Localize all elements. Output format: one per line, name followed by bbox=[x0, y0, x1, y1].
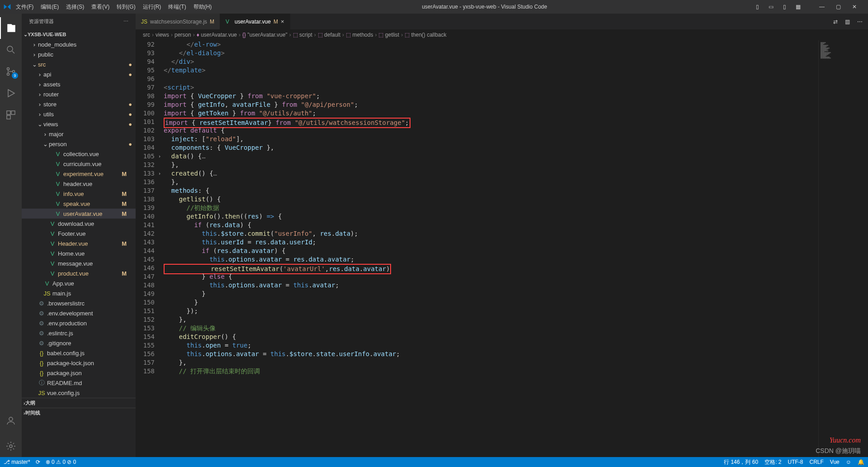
code-line[interactable]: this.$store.commit("userInfo", res.data)… bbox=[164, 229, 818, 238]
search-icon[interactable] bbox=[0, 39, 22, 61]
breadcrumb-item[interactable]: ⬚ getlist bbox=[378, 32, 399, 38]
source-control-icon[interactable]: 9 bbox=[0, 61, 22, 82]
breadcrumb-item[interactable]: person bbox=[175, 32, 191, 38]
tree-item[interactable]: ⚙.env.production bbox=[22, 318, 136, 328]
explorer-actions[interactable]: ⋯ bbox=[123, 19, 128, 24]
tree-item[interactable]: Vdownload.vue bbox=[22, 219, 136, 229]
layout-sidebar-left-icon[interactable]: ▯ bbox=[754, 4, 760, 10]
split-editor-icon[interactable]: ▥ bbox=[845, 19, 850, 25]
code-line[interactable]: }); bbox=[164, 307, 818, 315]
code-line[interactable]: resetSetItemAvatar('avatarUrl',res.data.… bbox=[164, 264, 818, 272]
editor-tab[interactable]: JSwatchsessionStorage.jsM bbox=[136, 14, 220, 29]
code-line[interactable]: }, bbox=[164, 358, 818, 367]
tree-item[interactable]: ⚙.eslintrc.js bbox=[22, 328, 136, 338]
code-line[interactable]: this.options.avatar = this.$store.state.… bbox=[164, 350, 818, 358]
tree-item[interactable]: Vinfo.vueM bbox=[22, 189, 136, 199]
tree-item[interactable]: Vmessage.vue bbox=[22, 258, 136, 268]
menu-item[interactable]: 选择(S) bbox=[63, 1, 87, 13]
tree-item[interactable]: ›store● bbox=[22, 99, 136, 109]
layout-customize-icon[interactable]: ▦ bbox=[795, 4, 801, 10]
menu-item[interactable]: 转到(G) bbox=[113, 1, 138, 13]
eol[interactable]: CRLF bbox=[809, 459, 823, 465]
tree-item[interactable]: ›node_modules bbox=[22, 39, 136, 49]
tree-item[interactable]: {}package-lock.json bbox=[22, 358, 136, 368]
code-line[interactable] bbox=[164, 75, 818, 83]
breadcrumb-item[interactable]: ♦ userAvatar.vue bbox=[197, 32, 237, 38]
notifications-icon[interactable]: 🔔 bbox=[858, 459, 864, 465]
breadcrumb-item[interactable]: src bbox=[143, 32, 150, 38]
layout-panel-icon[interactable]: ▭ bbox=[768, 4, 774, 10]
tree-item[interactable]: Vexperiment.vueM bbox=[22, 169, 136, 179]
outline-section[interactable]: ›大纲 bbox=[22, 398, 136, 408]
menu-item[interactable]: 查看(V) bbox=[88, 1, 113, 13]
close-tab-icon[interactable]: × bbox=[281, 18, 284, 25]
fold-icon[interactable]: › bbox=[158, 169, 161, 178]
code-line[interactable]: import { getToken } from "@/utils/auth"; bbox=[164, 109, 818, 118]
tree-item[interactable]: JSvue.config.js bbox=[22, 388, 136, 398]
code-line[interactable]: import { VueCropper } from "vue-cropper"… bbox=[164, 92, 818, 100]
code-line[interactable]: this.userId = res.data.userId; bbox=[164, 238, 818, 247]
code-line[interactable]: }, bbox=[164, 315, 818, 324]
language-mode[interactable]: Vue bbox=[830, 459, 840, 465]
tree-item[interactable]: {}package.json bbox=[22, 368, 136, 378]
breadcrumb-item[interactable]: {} "userAvatar.vue" bbox=[242, 32, 288, 38]
run-debug-icon[interactable] bbox=[0, 82, 22, 104]
editor-tab[interactable]: VuserAvatar.vueM× bbox=[220, 14, 290, 29]
code-line[interactable]: import { resetSetItemAvatar} from "@/uti… bbox=[164, 118, 818, 126]
code-line[interactable]: inject: ["reload"], bbox=[164, 135, 818, 143]
code-line[interactable]: if (res.data) { bbox=[164, 221, 818, 229]
settings-icon[interactable] bbox=[0, 435, 22, 457]
tree-item[interactable]: VFooter.vue bbox=[22, 229, 136, 238]
code-line[interactable]: this.options.avatar = this.avatar; bbox=[164, 281, 818, 290]
code-line[interactable]: // 打开弹出层结束时的回调 bbox=[164, 367, 818, 376]
tree-item[interactable]: Vheader.vue bbox=[22, 179, 136, 189]
minimize-button[interactable]: — bbox=[814, 0, 830, 13]
code-line[interactable]: </div> bbox=[164, 57, 818, 66]
menu-item[interactable]: 终端(T) bbox=[165, 1, 189, 13]
tree-item[interactable]: ›public bbox=[22, 49, 136, 59]
tree-item[interactable]: VuserAvatar.vueM bbox=[22, 209, 136, 219]
tree-item[interactable]: {}babel.config.js bbox=[22, 348, 136, 358]
minimap[interactable]: ████████████████████████████████████████… bbox=[818, 40, 868, 457]
tree-item[interactable]: ›assets bbox=[22, 79, 136, 89]
code-line[interactable]: </el-row> bbox=[164, 40, 818, 49]
code-line[interactable]: data() {… bbox=[164, 152, 818, 161]
breadcrumb[interactable]: src›views›person›♦ userAvatar.vue›{} "us… bbox=[136, 29, 868, 40]
code-line[interactable]: this.options.avatar = res.data.avatar; bbox=[164, 255, 818, 264]
tree-item[interactable]: ⌄src● bbox=[22, 59, 136, 69]
more-actions-icon[interactable]: ⋯ bbox=[857, 19, 863, 25]
sync-icon[interactable]: ⟳ bbox=[36, 459, 40, 465]
code-line[interactable]: created() {… bbox=[164, 169, 818, 178]
breadcrumb-item[interactable]: ⬚ methods bbox=[346, 32, 373, 38]
code-line[interactable]: //初始数据 bbox=[164, 204, 818, 212]
code-line[interactable]: if (res.data.avatar) { bbox=[164, 247, 818, 255]
code-line[interactable]: getlist() { bbox=[164, 195, 818, 204]
tree-item[interactable]: ⚙.browserslistrc bbox=[22, 298, 136, 308]
breadcrumb-item[interactable]: ⬚ script bbox=[293, 32, 312, 38]
code-line[interactable]: </el-dialog> bbox=[164, 49, 818, 57]
timeline-section[interactable]: ›时间线 bbox=[22, 408, 136, 418]
encoding[interactable]: UTF-8 bbox=[788, 459, 803, 465]
tree-item[interactable]: JSmain.js bbox=[22, 288, 136, 298]
tree-item[interactable]: ›api● bbox=[22, 69, 136, 79]
errors-count[interactable]: ⊗ 0 ⚠ 0 ⊘ 0 bbox=[46, 459, 76, 465]
accounts-icon[interactable] bbox=[0, 410, 22, 432]
code-line[interactable]: methods: { bbox=[164, 186, 818, 195]
code-line[interactable]: } bbox=[164, 298, 818, 307]
tree-item[interactable]: ⌄views● bbox=[22, 119, 136, 129]
code-editor[interactable]: </el-row> </el-dialog> </div></template>… bbox=[164, 40, 818, 457]
breadcrumb-item[interactable]: views bbox=[156, 32, 169, 38]
close-button[interactable]: ✕ bbox=[846, 0, 863, 13]
code-line[interactable]: }, bbox=[164, 161, 818, 169]
code-line[interactable]: // 编辑头像 bbox=[164, 324, 818, 333]
code-line[interactable]: getInfo().then((res) => { bbox=[164, 212, 818, 221]
git-branch[interactable]: ⎇ master* bbox=[4, 459, 30, 465]
tree-item[interactable]: Vspeak.vueM bbox=[22, 199, 136, 209]
breadcrumb-item[interactable]: ⬚ default bbox=[318, 32, 340, 38]
tree-item[interactable]: VHeader.vueM bbox=[22, 238, 136, 248]
code-line[interactable]: </template> bbox=[164, 66, 818, 75]
tree-item[interactable]: ⓘREADME.md bbox=[22, 378, 136, 388]
code-line[interactable]: this.open = true; bbox=[164, 341, 818, 350]
layout-sidebar-right-icon[interactable]: ▯ bbox=[781, 4, 788, 10]
code-line[interactable]: }, bbox=[164, 178, 818, 186]
